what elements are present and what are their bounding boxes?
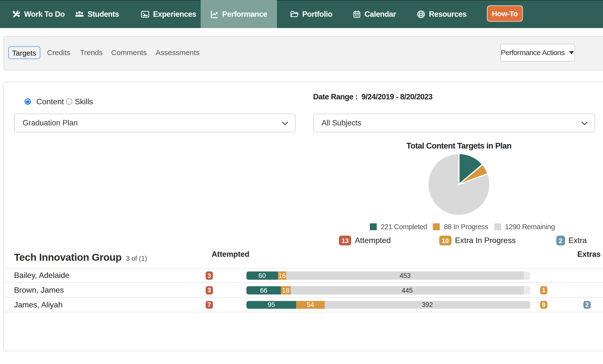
- nav-item-label: Performance: [222, 10, 267, 18]
- bar-segment-remaining: 453: [286, 272, 524, 280]
- extra-badge: 2: [583, 301, 591, 309]
- folder-open-icon: [289, 10, 299, 18]
- bar-segment-completed: 60: [246, 272, 278, 280]
- key-extra-in-progress: 10 Extra In Progress: [439, 236, 516, 246]
- performance-tabs-card: Targets Credits Trends Comments Assessme…: [3, 36, 603, 70]
- top-navigation: Work To Do Students: [0, 0, 603, 28]
- column-header-extras: Extras: [577, 250, 601, 259]
- chevron-down-icon: [581, 119, 588, 128]
- nav-item-work-to-do[interactable]: Work To Do: [12, 0, 65, 28]
- group-count: 3 of (1): [126, 255, 147, 262]
- bar-value: 60: [258, 272, 266, 279]
- skills-radio[interactable]: [66, 99, 72, 105]
- bar-value: 95: [268, 301, 275, 308]
- caret-down-icon: [569, 51, 574, 54]
- table-row[interactable]: James, Aliyah 7 95 54 392 9 2: [4, 298, 603, 312]
- key-label: Extra In Progress: [455, 236, 516, 245]
- nav-item-calendar[interactable]: Calendar: [353, 0, 396, 28]
- skills-radio-label[interactable]: Skills: [75, 97, 93, 106]
- bar-value: 16: [278, 272, 286, 279]
- nav-item-label: Students: [88, 10, 119, 18]
- date-range: Date Range : 9/24/2019 - 8/20/2023: [313, 93, 433, 102]
- nav-item-students[interactable]: Students: [75, 0, 119, 28]
- page: Work To Do Students: [0, 0, 603, 364]
- date-range-value: 9/24/2019 - 8/20/2023: [362, 93, 433, 101]
- how-to-button[interactable]: How-To: [487, 5, 523, 21]
- row-divider: [4, 312, 603, 312]
- student-name[interactable]: Bailey, Adelaide: [14, 271, 69, 280]
- nav-item-label: Calendar: [364, 10, 396, 18]
- tab-comments[interactable]: Comments: [111, 48, 147, 57]
- bar-segment-completed: 95: [246, 301, 296, 309]
- bar-segment-in-progress: 16: [278, 272, 286, 280]
- bar-value: 453: [400, 272, 411, 279]
- targets-panel: Content Skills Date Range : 9/24/2019 - …: [3, 82, 603, 351]
- legend-swatch-completed: [370, 223, 377, 230]
- subject-select-value: All Subjects: [321, 119, 361, 128]
- targets-progress-bar: 60 16 453: [246, 272, 530, 280]
- tab-trends[interactable]: Trends: [80, 48, 103, 57]
- attempted-badge: 3: [205, 272, 213, 280]
- targets-progress-bar: 95 54 392: [246, 301, 530, 309]
- attempted-badge: 7: [205, 301, 213, 309]
- content-radio[interactable]: [25, 99, 31, 105]
- extra-in-progress-badge: 9: [540, 301, 548, 309]
- tools-icon: [12, 10, 21, 18]
- subject-select[interactable]: All Subjects: [313, 114, 595, 133]
- nav-item-performance[interactable]: Performance: [200, 0, 277, 28]
- tab-assessments[interactable]: Assessments: [156, 48, 199, 57]
- calendar-icon: [353, 10, 361, 18]
- users-icon: [75, 10, 84, 18]
- key-label: Attempted: [355, 236, 391, 245]
- bar-value: 445: [402, 287, 413, 294]
- table-row[interactable]: Bailey, Adelaide 3 60 16 453: [4, 268, 603, 283]
- nav-item-resources[interactable]: Resources: [417, 0, 467, 28]
- key-attempted: 13 Attempted: [339, 236, 391, 246]
- legend-label: 1290 Remaining: [505, 223, 555, 231]
- extra-count-badge: 2: [556, 236, 565, 246]
- bar-value: 66: [260, 287, 267, 294]
- attempted-count-badge: 13: [339, 236, 351, 246]
- attempted-badge: 3: [205, 286, 213, 294]
- nav-item-label: Portfolio: [302, 10, 332, 18]
- table-row[interactable]: Brown, James 3 66 18 445 1: [4, 283, 603, 297]
- extra-in-progress-count-badge: 10: [439, 236, 452, 246]
- plan-select[interactable]: Graduation Plan: [14, 114, 296, 133]
- legend-label: 221 Completed: [381, 223, 427, 231]
- legend-swatch-remaining: [494, 223, 501, 230]
- bar-segment-in-progress: 18: [281, 286, 290, 294]
- targets-progress-bar: 66 18 445: [246, 286, 530, 294]
- content-radio-label[interactable]: Content: [36, 97, 64, 106]
- nav-item-label: Resources: [429, 10, 467, 18]
- bar-segment-remaining: 445: [290, 286, 524, 294]
- group-name: Tech Innovation Group: [14, 251, 121, 263]
- legend-item-remaining: 1290 Remaining: [494, 223, 555, 230]
- nav-item-portfolio[interactable]: Portfolio: [289, 0, 332, 28]
- student-name[interactable]: James, Aliyah: [14, 300, 62, 309]
- tab-targets[interactable]: Targets: [8, 46, 40, 59]
- legend-item-in-progress: 88 In Progress: [433, 223, 488, 230]
- nav-item-label: Experiences: [153, 10, 196, 18]
- chevron-down-icon: [282, 119, 288, 128]
- nav-item-experiences[interactable]: Experiences: [141, 0, 196, 28]
- legend-label: 88 In Progress: [444, 223, 488, 231]
- nav-item-label: Work To Do: [24, 10, 65, 18]
- extra-in-progress-badge: 1: [540, 286, 548, 294]
- bar-segment-in-progress: 54: [296, 301, 325, 309]
- bar-value: 18: [282, 287, 289, 294]
- date-range-separator: :: [353, 93, 362, 101]
- performance-actions-button[interactable]: Performance Actions: [500, 44, 575, 61]
- bar-value: 54: [307, 301, 314, 308]
- mode-radio-group: Content Skills: [25, 97, 93, 106]
- tab-credits[interactable]: Credits: [47, 48, 70, 57]
- legend-item-completed: 221 Completed: [370, 223, 427, 230]
- column-header-attempted: Attempted: [212, 250, 249, 259]
- image-icon: [141, 10, 150, 18]
- bar-value: 392: [422, 301, 433, 308]
- chart-line-icon: [210, 10, 219, 18]
- key-extra: 2 Extra: [556, 236, 587, 246]
- key-label: Extra: [568, 236, 587, 245]
- bar-segment-remaining: 392: [325, 301, 530, 309]
- date-range-label: Date Range: [313, 93, 353, 101]
- student-name[interactable]: Brown, James: [14, 286, 64, 295]
